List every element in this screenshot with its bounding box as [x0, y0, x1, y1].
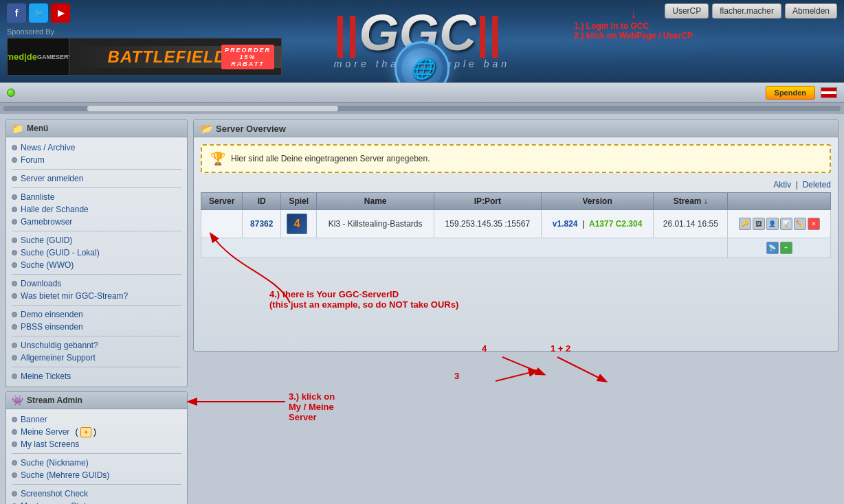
nav-dot: [12, 293, 17, 299]
flag-icon: [821, 87, 837, 98]
sidebar-item-unschuldig[interactable]: Unschuldig gebannt?: [12, 339, 181, 352]
news-label[interactable]: News / Archive: [21, 143, 75, 152]
col-stream: Stream ↓: [654, 193, 728, 210]
banner-link[interactable]: Banner: [21, 415, 47, 424]
server-ip-value: 159.253.145.35 :15567: [445, 219, 530, 229]
logout-button[interactable]: Abmelden: [785, 3, 837, 19]
sidebar-item-suche-wwo[interactable]: Suche (WWO): [12, 259, 181, 271]
add-stream-icon[interactable]: 📡: [766, 242, 779, 254]
stream-item-suche-nickname[interactable]: Suche (Nickname): [12, 457, 181, 469]
suche-guid-lokal-label[interactable]: Suche (GUID - Lokal): [21, 248, 100, 257]
plus-action-icon[interactable]: +: [780, 242, 792, 254]
masterserver-link[interactable]: Masterserver Status: [21, 501, 94, 504]
nav-dot: [12, 145, 17, 150]
ggc-stream-label[interactable]: Was bietet mir GGC-Stream?: [21, 291, 128, 301]
col-actions: [728, 193, 831, 210]
sidebar-item-forum[interactable]: Forum: [12, 154, 181, 166]
stream-item-meine-server[interactable]: Meine Server ( ✦ ): [12, 426, 181, 438]
sidebar-item-halle[interactable]: Halle der Schande: [12, 203, 181, 216]
sidebar-item-downloads[interactable]: Downloads: [12, 277, 181, 290]
stream-item-masterserver[interactable]: Masterserver Status: [12, 500, 181, 504]
action-row: 📡 +: [201, 238, 831, 258]
scroll-thumb[interactable]: [87, 106, 338, 111]
spacer-cell: [201, 238, 728, 258]
username-button[interactable]: flacher.macher: [712, 3, 781, 19]
login-hint-line2: 2.) klick on WebPage / UserCP: [574, 31, 693, 41]
folder-icon: 📁: [12, 123, 23, 134]
spenden-button[interactable]: Spenden: [766, 86, 815, 100]
sponsor-banner[interactable]: gamed|de GAMESERVER BATTLEFIELD 4 PREORD…: [7, 38, 282, 76]
youtube-icon[interactable]: ▶: [51, 3, 70, 23]
forum-label[interactable]: Forum: [21, 155, 45, 165]
scroll-track[interactable]: [3, 106, 841, 111]
main-content: 📂 Server Overview 🏆 Hier sind alle Deine…: [193, 119, 839, 504]
server-id-value[interactable]: 87362: [250, 219, 273, 229]
person-action-icon[interactable]: 👤: [766, 218, 779, 230]
cell-name: Kl3 - Killstealing-Bastards: [317, 210, 434, 238]
main-layout: 📁 Menü News / Archive Forum: [0, 114, 844, 504]
nav-dot: [12, 472, 17, 478]
sidebar-item-support[interactable]: Allgemeiner Support: [12, 352, 181, 364]
sidebar-item-pbss[interactable]: PBSS einsenden: [12, 321, 181, 333]
server-name-value: Kl3 - Killstealing-Bastards: [329, 219, 423, 229]
login-hint-line1: 1.) Login In to GCC: [574, 21, 693, 31]
unschuldig-label[interactable]: Unschuldig gebannt?: [21, 341, 98, 350]
gamebrowser-label[interactable]: Gamebrowser: [21, 217, 72, 227]
sidebar-item-tickets[interactable]: Meine Tickets: [12, 370, 181, 382]
edit-action-icon[interactable]: ✏️: [794, 218, 806, 230]
downloads-label[interactable]: Downloads: [21, 279, 61, 288]
tickets-label[interactable]: Meine Tickets: [21, 371, 71, 381]
stream-item-last-screens[interactable]: My last Screens: [12, 438, 181, 450]
stream-item-screenshot-check[interactable]: Screenshot Check: [12, 488, 181, 500]
ggc-letter-g1: G: [359, 7, 399, 58]
suche-guids-link[interactable]: Suche (Mehrere GUIDs): [21, 470, 109, 480]
version-a-value: v1.824: [553, 219, 578, 229]
divider: [12, 169, 181, 170]
bottom-actions-cell: 📡 +: [728, 238, 831, 258]
sidebar-item-news[interactable]: News / Archive: [12, 141, 181, 154]
delete-action-icon[interactable]: ✕: [808, 218, 820, 230]
number4-annotation: 4: [482, 343, 487, 354]
sidebar-item-demo[interactable]: Demo einsenden: [12, 308, 181, 321]
bannliste-label[interactable]: Bannliste: [21, 192, 54, 202]
facebook-icon[interactable]: f: [7, 3, 26, 23]
nav-dot: [12, 374, 17, 379]
halle-label[interactable]: Halle der Schande: [21, 205, 89, 214]
server-anmelden-label[interactable]: Server anmelden: [21, 174, 83, 183]
notice-text: Hier sind alle Deine eingetragenen Serve…: [231, 154, 430, 163]
sidebar-item-ggc-stream[interactable]: Was bietet mir GGC-Stream?: [12, 290, 181, 302]
chart-action-icon[interactable]: 📊: [780, 218, 792, 230]
menu-header: 📁 Menü: [6, 120, 187, 137]
scrollbar-area[interactable]: [0, 103, 844, 114]
support-label[interactable]: Allgemeiner Support: [21, 353, 96, 363]
demo-label[interactable]: Demo einsenden: [21, 310, 83, 319]
suche-nickname-link[interactable]: Suche (Nickname): [21, 458, 89, 468]
suche-guid-label[interactable]: Suche (GUID): [21, 236, 72, 245]
stream-item-suche-guids[interactable]: Suche (Mehrere GUIDs): [12, 469, 181, 481]
sidebar-item-bannliste[interactable]: Bannliste: [12, 191, 181, 203]
key-action-icon[interactable]: 🔑: [739, 218, 751, 230]
menu-section: 📁 Menü News / Archive Forum: [5, 119, 188, 387]
serverid-annotation: 4.) there is Your GGC-ServerID (this jus…: [269, 289, 458, 310]
sidebar-item-gamebrowser[interactable]: Gamebrowser: [12, 216, 181, 228]
sidebar-item-suche-guid-lokal[interactable]: Suche (GUID - Lokal): [12, 247, 181, 259]
last-screens-link[interactable]: My last Screens: [21, 439, 79, 449]
screenshot-check-link[interactable]: Screenshot Check: [21, 489, 88, 499]
deleted-link[interactable]: Deleted: [803, 180, 831, 190]
cell-date: 26.01.14 16:55: [654, 210, 728, 238]
cell-actions: 🔑 🖼 👤 📊 ✏️ ✕: [728, 210, 831, 238]
aktiv-link[interactable]: Aktiv: [773, 180, 791, 190]
twitter-icon[interactable]: 🐦: [29, 3, 48, 23]
sidebar-item-server-anmelden[interactable]: Server anmelden: [12, 172, 181, 185]
sponsor-logo: gamed|de GAMESERVER: [8, 38, 69, 75]
image-action-icon[interactable]: 🖼: [753, 218, 765, 230]
nav-dot: [12, 429, 17, 435]
stream-item-banner[interactable]: Banner: [12, 413, 181, 426]
sidebar-item-suche-guid[interactable]: Suche (GUID): [12, 234, 181, 247]
meine-server-link[interactable]: Meine Server: [21, 427, 69, 437]
serverid-annotation-sub: (this just an example, so do NOT take OU…: [269, 299, 458, 310]
suche-wwo-label[interactable]: Suche (WWO): [21, 260, 74, 270]
table-row: 87362 4 Kl3 - Killstealing-Bastards: [201, 210, 831, 238]
server-overview-section: 📂 Server Overview 🏆 Hier sind alle Deine…: [193, 119, 839, 352]
pbss-label[interactable]: PBSS einsenden: [21, 322, 83, 332]
